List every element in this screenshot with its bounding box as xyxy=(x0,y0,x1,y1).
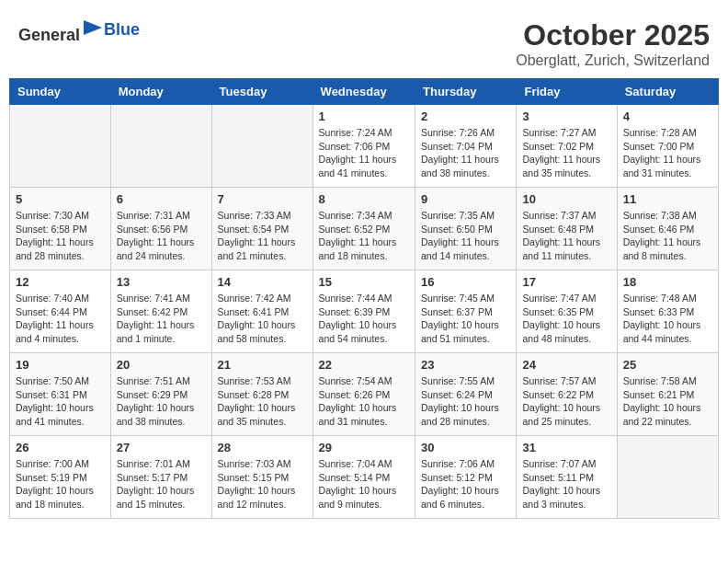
day-number: 15 xyxy=(319,275,409,289)
svg-marker-0 xyxy=(84,20,102,35)
day-cell-27: 27Sunrise: 7:01 AM Sunset: 5:17 PM Dayli… xyxy=(110,436,211,519)
day-number: 6 xyxy=(117,192,206,206)
day-info: Sunrise: 7:01 AM Sunset: 5:17 PM Dayligh… xyxy=(117,457,206,511)
logo-general-text: General xyxy=(18,18,104,45)
week-row-3: 12Sunrise: 7:40 AM Sunset: 6:44 PM Dayli… xyxy=(10,270,719,353)
day-number: 5 xyxy=(16,192,105,206)
day-number: 28 xyxy=(218,441,307,454)
day-cell-9: 9Sunrise: 7:35 AM Sunset: 6:50 PM Daylig… xyxy=(415,188,517,270)
day-info: Sunrise: 7:06 AM Sunset: 5:12 PM Dayligh… xyxy=(421,457,510,511)
column-header-monday: Monday xyxy=(110,79,211,105)
column-header-saturday: Saturday xyxy=(617,79,718,105)
column-header-wednesday: Wednesday xyxy=(313,79,415,105)
column-header-sunday: Sunday xyxy=(10,79,111,105)
day-info: Sunrise: 7:04 AM Sunset: 5:14 PM Dayligh… xyxy=(319,457,409,511)
logo-flag-icon xyxy=(82,18,104,40)
day-number: 2 xyxy=(421,109,510,123)
day-cell-12: 12Sunrise: 7:40 AM Sunset: 6:44 PM Dayli… xyxy=(10,270,111,353)
day-cell-18: 18Sunrise: 7:48 AM Sunset: 6:33 PM Dayli… xyxy=(617,270,718,353)
empty-cell xyxy=(10,105,111,188)
day-cell-2: 2Sunrise: 7:26 AM Sunset: 7:04 PM Daylig… xyxy=(415,105,517,188)
day-number: 22 xyxy=(319,358,409,372)
day-number: 8 xyxy=(319,192,409,206)
day-number: 3 xyxy=(522,109,610,123)
day-info: Sunrise: 7:31 AM Sunset: 6:56 PM Dayligh… xyxy=(117,209,206,263)
day-cell-1: 1Sunrise: 7:24 AM Sunset: 7:06 PM Daylig… xyxy=(313,105,415,188)
day-cell-13: 13Sunrise: 7:41 AM Sunset: 6:42 PM Dayli… xyxy=(110,270,211,353)
day-cell-23: 23Sunrise: 7:55 AM Sunset: 6:24 PM Dayli… xyxy=(415,353,517,436)
day-info: Sunrise: 7:41 AM Sunset: 6:42 PM Dayligh… xyxy=(117,292,206,346)
day-info: Sunrise: 7:07 AM Sunset: 5:11 PM Dayligh… xyxy=(522,457,610,511)
day-number: 26 xyxy=(16,441,105,454)
day-info: Sunrise: 7:24 AM Sunset: 7:06 PM Dayligh… xyxy=(319,126,409,180)
week-row-1: 1Sunrise: 7:24 AM Sunset: 7:06 PM Daylig… xyxy=(10,105,719,188)
day-info: Sunrise: 7:34 AM Sunset: 6:52 PM Dayligh… xyxy=(319,209,409,263)
day-info: Sunrise: 7:28 AM Sunset: 7:00 PM Dayligh… xyxy=(623,126,712,180)
day-number: 17 xyxy=(522,275,610,289)
day-info: Sunrise: 7:55 AM Sunset: 6:24 PM Dayligh… xyxy=(421,374,510,429)
logo: General Blue xyxy=(18,18,140,45)
day-info: Sunrise: 7:33 AM Sunset: 6:54 PM Dayligh… xyxy=(218,209,307,263)
day-number: 21 xyxy=(218,358,307,372)
day-cell-8: 8Sunrise: 7:34 AM Sunset: 6:52 PM Daylig… xyxy=(313,188,415,270)
day-number: 4 xyxy=(623,109,712,123)
day-info: Sunrise: 7:42 AM Sunset: 6:41 PM Dayligh… xyxy=(218,292,307,346)
column-header-tuesday: Tuesday xyxy=(211,79,313,105)
location-title: Oberglatt, Zurich, Switzerland xyxy=(516,52,710,69)
day-cell-20: 20Sunrise: 7:51 AM Sunset: 6:29 PM Dayli… xyxy=(110,353,211,436)
day-cell-7: 7Sunrise: 7:33 AM Sunset: 6:54 PM Daylig… xyxy=(211,188,313,270)
day-number: 31 xyxy=(522,441,610,454)
day-number: 9 xyxy=(421,192,510,206)
day-number: 1 xyxy=(319,109,409,123)
day-info: Sunrise: 7:26 AM Sunset: 7:04 PM Dayligh… xyxy=(421,126,510,180)
day-info: Sunrise: 7:40 AM Sunset: 6:44 PM Dayligh… xyxy=(16,292,105,346)
day-info: Sunrise: 7:53 AM Sunset: 6:28 PM Dayligh… xyxy=(218,374,307,429)
day-info: Sunrise: 7:50 AM Sunset: 6:31 PM Dayligh… xyxy=(16,374,105,429)
day-number: 23 xyxy=(421,358,510,372)
day-info: Sunrise: 7:00 AM Sunset: 5:19 PM Dayligh… xyxy=(16,457,105,511)
day-cell-5: 5Sunrise: 7:30 AM Sunset: 6:58 PM Daylig… xyxy=(10,188,111,270)
day-cell-26: 26Sunrise: 7:00 AM Sunset: 5:19 PM Dayli… xyxy=(10,436,111,519)
day-info: Sunrise: 7:48 AM Sunset: 6:33 PM Dayligh… xyxy=(623,292,712,346)
day-cell-25: 25Sunrise: 7:58 AM Sunset: 6:21 PM Dayli… xyxy=(617,353,718,436)
day-cell-30: 30Sunrise: 7:06 AM Sunset: 5:12 PM Dayli… xyxy=(415,436,517,519)
day-info: Sunrise: 7:03 AM Sunset: 5:15 PM Dayligh… xyxy=(218,457,307,511)
day-cell-14: 14Sunrise: 7:42 AM Sunset: 6:41 PM Dayli… xyxy=(211,270,313,353)
day-cell-10: 10Sunrise: 7:37 AM Sunset: 6:48 PM Dayli… xyxy=(517,188,617,270)
week-row-2: 5Sunrise: 7:30 AM Sunset: 6:58 PM Daylig… xyxy=(10,188,719,270)
day-number: 13 xyxy=(117,275,206,289)
page-header: General Blue October 2025 Oberglatt, Zur… xyxy=(9,9,719,74)
day-info: Sunrise: 7:45 AM Sunset: 6:37 PM Dayligh… xyxy=(421,292,510,346)
day-cell-28: 28Sunrise: 7:03 AM Sunset: 5:15 PM Dayli… xyxy=(211,436,313,519)
month-title: October 2025 xyxy=(516,18,710,52)
day-cell-4: 4Sunrise: 7:28 AM Sunset: 7:00 PM Daylig… xyxy=(617,105,718,188)
day-cell-29: 29Sunrise: 7:04 AM Sunset: 5:14 PM Dayli… xyxy=(313,436,415,519)
day-number: 25 xyxy=(623,358,712,372)
day-info: Sunrise: 7:30 AM Sunset: 6:58 PM Dayligh… xyxy=(16,209,105,263)
calendar-header-row: SundayMondayTuesdayWednesdayThursdayFrid… xyxy=(10,79,719,105)
day-cell-3: 3Sunrise: 7:27 AM Sunset: 7:02 PM Daylig… xyxy=(517,105,617,188)
empty-cell xyxy=(211,105,313,188)
day-number: 19 xyxy=(16,358,105,372)
day-number: 16 xyxy=(421,275,510,289)
week-row-4: 19Sunrise: 7:50 AM Sunset: 6:31 PM Dayli… xyxy=(10,353,719,436)
day-cell-31: 31Sunrise: 7:07 AM Sunset: 5:11 PM Dayli… xyxy=(517,436,617,519)
day-number: 12 xyxy=(16,275,105,289)
day-number: 18 xyxy=(623,275,712,289)
day-info: Sunrise: 7:27 AM Sunset: 7:02 PM Dayligh… xyxy=(522,126,610,180)
day-number: 20 xyxy=(117,358,206,372)
day-cell-15: 15Sunrise: 7:44 AM Sunset: 6:39 PM Dayli… xyxy=(313,270,415,353)
day-info: Sunrise: 7:38 AM Sunset: 6:46 PM Dayligh… xyxy=(623,209,712,263)
column-header-thursday: Thursday xyxy=(415,79,517,105)
day-info: Sunrise: 7:47 AM Sunset: 6:35 PM Dayligh… xyxy=(522,292,610,346)
day-number: 10 xyxy=(522,192,610,206)
empty-cell xyxy=(617,436,718,519)
day-info: Sunrise: 7:57 AM Sunset: 6:22 PM Dayligh… xyxy=(522,374,610,429)
day-info: Sunrise: 7:54 AM Sunset: 6:26 PM Dayligh… xyxy=(319,374,409,429)
day-cell-16: 16Sunrise: 7:45 AM Sunset: 6:37 PM Dayli… xyxy=(415,270,517,353)
day-info: Sunrise: 7:58 AM Sunset: 6:21 PM Dayligh… xyxy=(623,374,712,429)
day-cell-11: 11Sunrise: 7:38 AM Sunset: 6:46 PM Dayli… xyxy=(617,188,718,270)
day-cell-17: 17Sunrise: 7:47 AM Sunset: 6:35 PM Dayli… xyxy=(517,270,617,353)
day-cell-19: 19Sunrise: 7:50 AM Sunset: 6:31 PM Dayli… xyxy=(10,353,111,436)
day-number: 30 xyxy=(421,441,510,454)
